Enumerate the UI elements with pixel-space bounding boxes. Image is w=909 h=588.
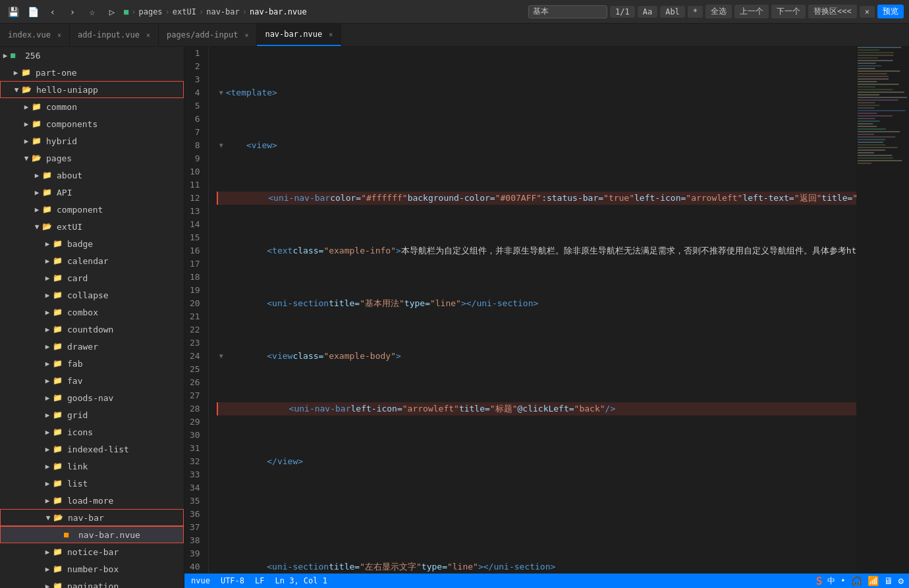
label-icons: icons bbox=[67, 427, 179, 437]
status-encoding: UTF-8 bbox=[221, 576, 244, 585]
breadcrumb-pages[interactable]: pages bbox=[138, 7, 162, 16]
status-icon-dot: • bbox=[840, 576, 845, 585]
case-sensitive-btn[interactable]: Aa bbox=[638, 6, 657, 18]
arrow-component: ▶ bbox=[32, 205, 42, 214]
close-search-btn[interactable]: × bbox=[860, 6, 875, 18]
tab-close-1[interactable]: × bbox=[146, 32, 150, 39]
sidebar-item-list[interactable]: ▶ 📁 list bbox=[0, 475, 184, 492]
folder-icon-pagination: 📁 bbox=[53, 581, 65, 588]
sidebar-item-load-more[interactable]: ▶ 📁 load-more bbox=[0, 492, 184, 509]
breadcrumb-nav-bar[interactable]: nav-bar bbox=[206, 7, 240, 16]
sidebar-item-256[interactable]: ▶ ■ 256 bbox=[0, 47, 184, 64]
fold-3[interactable] bbox=[218, 192, 227, 205]
regex-btn[interactable]: * bbox=[688, 6, 703, 18]
tab-close-0[interactable]: × bbox=[57, 32, 61, 39]
sidebar-item-notice-bar[interactable]: ▶ 📁 notice-bar bbox=[0, 543, 184, 560]
search-input[interactable] bbox=[528, 5, 607, 18]
tab-close-3[interactable]: × bbox=[329, 31, 333, 38]
token: type= bbox=[404, 297, 430, 310]
tab-pages-add-input[interactable]: pages/add-input × bbox=[159, 24, 257, 46]
token: "#007AFF" bbox=[495, 192, 541, 205]
breadcrumb-extui[interactable]: extUI bbox=[173, 7, 196, 16]
folder-icon-drawer: 📁 bbox=[53, 342, 65, 351]
fold-4[interactable] bbox=[217, 244, 226, 257]
label-grid: grid bbox=[67, 410, 179, 420]
sidebar-item-pages[interactable]: ▼ 📂 pages bbox=[0, 149, 184, 167]
token: background-color= bbox=[408, 192, 495, 205]
sidebar-item-indexed-list[interactable]: ▶ 📁 indexed-list bbox=[0, 441, 184, 458]
folder-icon-extui: 📂 bbox=[42, 222, 54, 231]
token: <view> bbox=[246, 139, 277, 152]
token: 本导航栏为自定义组件，并非原生导航栏。除非原生导航栏无法满足需求，否则不推荐使用… bbox=[401, 244, 856, 257]
code-line-7: <uni-nav-bar left-icon="arrowleft" title… bbox=[217, 402, 856, 415]
sidebar-item-fab[interactable]: ▶ 📁 fab bbox=[0, 355, 184, 372]
folder-icon-fab: 📁 bbox=[53, 359, 65, 368]
tab-index-vue[interactable]: index.vue × bbox=[0, 24, 70, 46]
fold-7[interactable] bbox=[218, 402, 227, 415]
sidebar-item-hybrid[interactable]: ▶ 📁 hybrid bbox=[0, 132, 184, 149]
nav-back-icon[interactable]: ‹ bbox=[45, 4, 61, 20]
sidebar-item-countdown[interactable]: ▶ 📁 countdown bbox=[0, 321, 184, 338]
file-icon-nav-bar-nvue: ■ bbox=[64, 530, 76, 539]
select-all-btn[interactable]: 全选 bbox=[705, 5, 732, 18]
label-nav-bar: nav-bar bbox=[68, 513, 178, 523]
code-view[interactable]: 1 2 3 4 5 6 7 8 9 10 11 12 13 14 15 16 1… bbox=[184, 47, 909, 574]
fold-6[interactable]: ▼ bbox=[217, 350, 226, 363]
arrow-grid: ▶ bbox=[42, 411, 53, 419]
sidebar-item-hello-uniapp[interactable]: ▼ 📂 hello-uniapp bbox=[0, 81, 184, 98]
sidebar-item-about[interactable]: ▶ 📁 about bbox=[0, 167, 184, 184]
replace-btn[interactable]: 替换区<<< bbox=[808, 5, 857, 18]
token: <text bbox=[267, 244, 292, 257]
sidebar-item-components[interactable]: ▶ 📁 components bbox=[0, 115, 184, 132]
sidebar-item-drawer[interactable]: ▶ 📁 drawer bbox=[0, 338, 184, 355]
run-icon[interactable]: ▷ bbox=[104, 4, 120, 20]
tab-nav-bar-nvue[interactable]: nav-bar.nvue × bbox=[257, 24, 341, 46]
tab-add-input-vue[interactable]: add-input.vue × bbox=[70, 24, 159, 46]
arrow-badge: ▶ bbox=[42, 240, 53, 248]
folder-icon-badge: 📁 bbox=[53, 239, 65, 248]
sidebar-item-nav-bar-nvue[interactable]: ■ nav-bar.nvue bbox=[0, 526, 184, 543]
sidebar-item-grid[interactable]: ▶ 📁 grid bbox=[0, 406, 184, 423]
preview-btn[interactable]: 预览 bbox=[877, 5, 904, 18]
sidebar-item-calendar[interactable]: ▶ 📁 calendar bbox=[0, 252, 184, 269]
nav-forward-icon[interactable]: › bbox=[65, 4, 80, 20]
prev-btn[interactable]: 上一个 bbox=[734, 5, 769, 18]
sidebar-item-fav[interactable]: ▶ 📁 fav bbox=[0, 372, 184, 389]
sidebar-item-link[interactable]: ▶ 📁 link bbox=[0, 458, 184, 475]
label-about: about bbox=[57, 171, 179, 180]
sidebar-item-combox[interactable]: ▶ 📁 combox bbox=[0, 304, 184, 321]
sidebar-item-number-box[interactable]: ▶ 📁 number-box bbox=[0, 560, 184, 577]
label-countdown: countdown bbox=[67, 325, 179, 334]
next-btn[interactable]: 下一个 bbox=[771, 5, 806, 18]
arrow-components: ▶ bbox=[21, 120, 32, 128]
token: "#ffffff" bbox=[361, 192, 407, 205]
token: <uni-section bbox=[267, 297, 329, 310]
sidebar-item-card[interactable]: ▶ 📁 card bbox=[0, 269, 184, 286]
save-icon[interactable]: 💾 bbox=[5, 4, 21, 20]
tab-close-2[interactable]: × bbox=[244, 32, 248, 39]
token: <uni-nav-bar bbox=[289, 402, 351, 415]
sidebar-item-common[interactable]: ▶ 📁 common bbox=[0, 98, 184, 115]
sidebar-item-api[interactable]: ▶ 📁 API bbox=[0, 184, 184, 201]
whole-word-btn[interactable]: Abl bbox=[660, 6, 685, 18]
sidebar-item-goods-nav[interactable]: ▶ 📁 goods-nav bbox=[0, 389, 184, 406]
sidebar-item-collapse[interactable]: ▶ 📁 collapse bbox=[0, 286, 184, 304]
fold-5[interactable] bbox=[217, 297, 226, 310]
folder-icon-pages: 📂 bbox=[32, 153, 43, 163]
fold-1[interactable]: ▼ bbox=[217, 86, 226, 99]
sidebar-item-part-one[interactable]: ▶ 📁 part-one bbox=[0, 64, 184, 81]
sidebar-item-badge[interactable]: ▶ 📁 badge bbox=[0, 235, 184, 252]
bookmark-icon[interactable]: ☆ bbox=[84, 4, 100, 20]
arrow-link: ▶ bbox=[42, 462, 53, 471]
sidebar-item-icons[interactable]: ▶ 📁 icons bbox=[0, 423, 184, 441]
sidebar-item-nav-bar[interactable]: ▼ 📂 nav-bar bbox=[0, 509, 184, 526]
sidebar-item-component[interactable]: ▶ 📁 component bbox=[0, 201, 184, 218]
file-icon[interactable]: 📄 bbox=[25, 4, 41, 20]
token bbox=[226, 244, 267, 257]
sidebar-item-extui[interactable]: ▼ 📂 extUI bbox=[0, 218, 184, 235]
sidebar-item-pagination[interactable]: ▶ 📁 pagination bbox=[0, 577, 184, 588]
folder-icon-number-box: 📁 bbox=[53, 564, 65, 574]
fold-2[interactable]: ▼ bbox=[217, 139, 226, 152]
breadcrumb-file[interactable]: nav-bar.nvue bbox=[250, 7, 307, 16]
code-content[interactable]: ▼ <template> ▼ <view> <uni-nav-bar color… bbox=[209, 47, 856, 574]
